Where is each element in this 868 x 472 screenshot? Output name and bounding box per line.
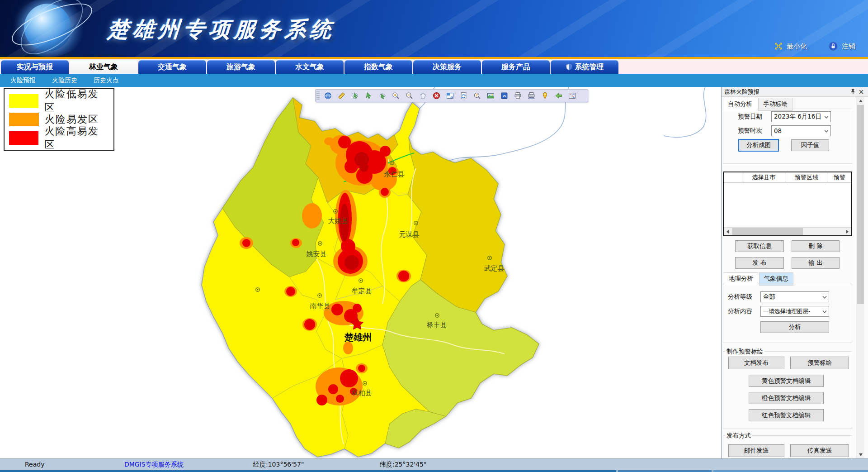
subnav-item-火险预报[interactable]: 火险预报: [10, 76, 36, 85]
tab-决策服务[interactable]: 决策服务: [413, 60, 481, 74]
tab-水文气象[interactable]: 水文气象: [276, 60, 344, 74]
analyze-map-button[interactable]: 分析成图: [739, 139, 778, 151]
scroll-right-icon[interactable]: [844, 228, 851, 235]
legend-swatch: [9, 94, 38, 108]
tab-林业气象[interactable]: 林业气象: [70, 60, 137, 74]
select-arrow-icon[interactable]: [362, 91, 375, 101]
stop-icon[interactable]: [429, 91, 443, 101]
orange-warning-edit-button[interactable]: 橙色预警文档编辑: [749, 392, 824, 404]
panel-title: 森林火险预报: [724, 88, 760, 96]
analysis-level-label: 分析等级: [728, 293, 752, 301]
status-system-link[interactable]: DMGIS专项服务系统: [124, 461, 184, 469]
get-info-button[interactable]: 获取信息: [735, 240, 784, 252]
map-label-双柏县: 双柏县: [351, 389, 372, 397]
svg-text:?: ?: [476, 93, 478, 97]
banner: 楚雄州专项服务系统 最小化 注销: [0, 0, 868, 57]
analyze-button[interactable]: 分析: [760, 321, 829, 333]
tab-label: 系统管理: [575, 62, 604, 72]
publish-button[interactable]: 发 布: [735, 257, 784, 269]
scroll-down-icon[interactable]: [856, 451, 865, 458]
save-view-icon[interactable]: [497, 91, 511, 101]
select-circle-icon[interactable]: [348, 91, 362, 101]
subnav-item-火险历史[interactable]: 火险历史: [52, 76, 77, 85]
previous-view-icon[interactable]: [552, 91, 565, 101]
tab-指数气象[interactable]: 指数气象: [344, 60, 412, 74]
map-output-icon[interactable]: [565, 91, 579, 101]
map-label-楚雄州: 楚雄州: [344, 332, 372, 343]
plot-group-label: 制作预警标绘: [725, 348, 764, 356]
email-send-button[interactable]: 邮件发送: [728, 444, 784, 457]
map-canvas[interactable]: 永仁县元谋县武定县大姚县姚安县南华县牟定县禄丰县楚雄州双柏县 火险低易发区火险易…: [0, 87, 722, 458]
minimize-icon: [774, 42, 783, 50]
toolbar-grip[interactable]: [316, 91, 320, 100]
minimize-button[interactable]: 最小化: [774, 42, 807, 51]
tab-label: 决策服务: [433, 62, 462, 72]
fax-send-button[interactable]: 传真发送: [790, 444, 849, 457]
measure-ruler-icon[interactable]: [335, 91, 348, 101]
tab-交通气象[interactable]: 交通气象: [138, 60, 206, 74]
map-label-姚安县: 姚安县: [307, 250, 327, 258]
vscroll-thumb[interactable]: [857, 105, 864, 304]
status-bar: Ready DMGIS专项服务系统 经度:103°56'57" 纬度:25°32…: [0, 458, 868, 470]
warn-plot-button[interactable]: 预警标绘: [790, 357, 849, 369]
warn-date-label: 预警日期: [738, 113, 762, 121]
tab-auto-analysis[interactable]: 自动分析: [723, 98, 757, 111]
forest-fire-panel: 森林火险预报 × 自动分析 手动标绘 预警日期 2023年 6月16日 预警时: [722, 87, 868, 458]
doc-publish-button[interactable]: 文档发布: [728, 357, 784, 369]
tab-实况与预报[interactable]: 实况与预报: [1, 60, 69, 74]
analysis-content-combo[interactable]: 一请选择地理图层-: [760, 306, 829, 317]
analysis-level-combo[interactable]: 全部: [760, 291, 829, 302]
status-latitude: 纬度:25°32'45": [380, 461, 426, 469]
publish-mode-label: 发布方式: [725, 432, 752, 440]
table-header-col[interactable]: 选择县市: [742, 172, 785, 182]
warn-time-combo[interactable]: 08: [771, 125, 831, 136]
tab-label: 水文气象: [295, 62, 324, 72]
hscroll-thumb[interactable]: [732, 228, 803, 235]
image-export-icon[interactable]: [484, 91, 497, 101]
window-extent-icon[interactable]: [443, 91, 457, 101]
pin-icon[interactable]: [849, 88, 857, 95]
table-hscrollbar[interactable]: [724, 227, 851, 235]
select-lasso-icon[interactable]: [375, 91, 389, 101]
red-warning-edit-button[interactable]: 红色预警文档编辑: [749, 409, 824, 421]
pan-hand-icon[interactable]: [416, 91, 429, 101]
warn-time-label: 预警时次: [738, 127, 762, 135]
table-header-col[interactable]: 预警: [828, 172, 851, 182]
tab-geo-analysis[interactable]: 地理分析: [724, 272, 758, 286]
tab-旅游气象[interactable]: 旅游气象: [207, 60, 275, 74]
table-header-col[interactable]: 预警区域: [785, 172, 828, 182]
identify-icon[interactable]: ?: [470, 91, 484, 101]
yellow-warning-edit-button[interactable]: 黄色预警文档编辑: [749, 375, 824, 387]
globe-icon[interactable]: [321, 91, 335, 101]
app-title: 楚雄州专项服务系统: [107, 15, 336, 44]
status-longitude: 经度:103°56'57": [253, 461, 304, 469]
map-label-永仁县: 永仁县: [384, 170, 405, 178]
zoom-out-icon[interactable]: [402, 91, 416, 101]
warn-date-combo[interactable]: 2023年 6月16日: [771, 111, 831, 122]
marker-pin-icon[interactable]: [538, 91, 552, 101]
warning-table[interactable]: 选择县市预警区域预警: [723, 172, 852, 236]
factor-value-button[interactable]: 因子值: [791, 139, 829, 151]
print-setup-icon[interactable]: [524, 91, 538, 101]
scroll-left-icon[interactable]: [724, 228, 731, 235]
tab-label: 林业气象: [89, 62, 118, 72]
tab-系统管理[interactable]: 系统管理: [551, 60, 618, 74]
map-label-大姚县: 大姚县: [328, 217, 349, 225]
map-legend: 火险低易发区火险易发区火险高易发区: [4, 88, 114, 151]
tab-label: 指数气象: [364, 62, 393, 72]
map-label-南华县: 南华县: [310, 302, 330, 310]
subnav-item-历史火点[interactable]: 历史火点: [94, 76, 119, 85]
zoom-in-icon[interactable]: [389, 91, 402, 101]
print-icon[interactable]: [511, 91, 524, 101]
delete-button[interactable]: 删 除: [792, 240, 840, 252]
tab-label: 交通气象: [158, 62, 187, 72]
logout-button[interactable]: 注销: [829, 42, 855, 51]
bottom-divider: [0, 470, 868, 472]
tab-服务产品[interactable]: 服务产品: [482, 60, 550, 74]
export-button[interactable]: 输 出: [792, 257, 840, 269]
scroll-up-icon[interactable]: [856, 97, 865, 105]
refresh-page-icon[interactable]: [457, 91, 470, 101]
table-header-col[interactable]: [724, 172, 742, 182]
close-icon[interactable]: ×: [857, 88, 865, 95]
panel-vscrollbar[interactable]: [856, 97, 864, 458]
